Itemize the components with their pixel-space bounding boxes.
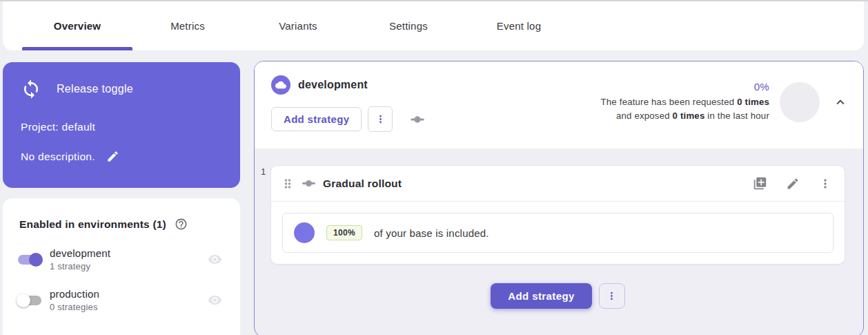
- environment-row-production: production 0 strategies: [17, 288, 226, 312]
- project-label: Project: default: [21, 121, 222, 133]
- strategy-name: Gradual rollout: [323, 178, 402, 190]
- production-toggle[interactable]: [17, 294, 43, 307]
- rollout-summary-box: 100% of your base is included.: [282, 213, 834, 253]
- release-toggle-loop-icon: [21, 79, 41, 99]
- strategy-list-section: 1 Gradual rollout: [255, 149, 863, 335]
- rollout-percentage-badge: 100%: [326, 225, 362, 240]
- copy-strategy-button[interactable]: [753, 176, 767, 191]
- strategy-card: Gradual rollout: [270, 165, 845, 265]
- environment-name: production: [50, 288, 99, 300]
- feature-tabbar: Overview Metrics Variants Settings Event…: [3, 1, 864, 50]
- feature-type-label: Release toggle: [57, 83, 133, 95]
- kebab-menu-icon: [606, 290, 618, 302]
- environment-accordion-card: development Add strategy 0%: [254, 61, 864, 335]
- add-strategy-button-header[interactable]: Add strategy: [271, 107, 362, 131]
- metrics-donut-placeholder: [780, 82, 820, 122]
- pencil-icon: [786, 177, 800, 191]
- page: Overview Metrics Variants Settings Event…: [0, 0, 868, 335]
- tab-overview[interactable]: Overview: [22, 1, 132, 50]
- tab-settings[interactable]: Settings: [353, 1, 464, 50]
- environments-panel-title: Enabled in environments (1): [19, 218, 166, 231]
- environment-view-name: development: [298, 79, 368, 91]
- exposure-percentage: 0%: [601, 81, 769, 93]
- strategy-index: 1: [261, 166, 266, 177]
- visibility-eye-icon[interactable]: [208, 293, 222, 307]
- rollout-slider-icon: [300, 175, 317, 192]
- strategy-more-options-button[interactable]: [368, 106, 393, 132]
- metrics-line-2: and exposed 0 times in the last hour: [601, 109, 769, 123]
- rollout-pie-chart: [294, 222, 315, 243]
- drag-handle-icon[interactable]: [281, 177, 295, 191]
- copy-add-icon: [753, 176, 767, 191]
- environments-panel: Enabled in environments (1) development …: [3, 198, 240, 335]
- environment-header: development Add strategy 0%: [255, 61, 863, 149]
- cloud-environment-icon: [271, 75, 290, 95]
- edit-strategy-button[interactable]: [786, 177, 800, 191]
- kebab-menu-icon: [818, 177, 832, 191]
- help-icon: [175, 218, 188, 231]
- tab-metrics[interactable]: Metrics: [132, 1, 243, 50]
- environments-help-button[interactable]: [175, 218, 188, 231]
- environment-strategy-count: 1 strategy: [50, 261, 110, 271]
- metrics-line-1: The feature has been requested 0 times: [601, 95, 769, 109]
- development-toggle[interactable]: [17, 253, 43, 267]
- rollout-description: of your base is included.: [374, 227, 489, 239]
- feature-type-card: Release toggle Project: default No descr…: [3, 62, 240, 188]
- feature-description: No description.: [21, 151, 95, 163]
- environment-row-development: development 1 strategy: [17, 247, 226, 271]
- add-strategy-more-options-button[interactable]: [599, 283, 625, 309]
- environment-strategy-count: 0 strategies: [50, 302, 99, 312]
- edit-description-button[interactable]: [106, 150, 119, 163]
- collapse-environment-button[interactable]: [833, 95, 848, 110]
- kebab-menu-icon: [375, 113, 386, 125]
- tab-event-log[interactable]: Event log: [464, 1, 574, 50]
- strategy-kebab-button[interactable]: [818, 177, 832, 191]
- pencil-icon: [106, 150, 119, 163]
- chevron-up-icon: [833, 95, 848, 110]
- rollout-slider-icon: [408, 111, 426, 128]
- add-strategy-button-footer[interactable]: Add strategy: [491, 283, 592, 309]
- visibility-eye-icon[interactable]: [208, 252, 222, 267]
- tab-variants[interactable]: Variants: [243, 1, 353, 50]
- environment-name: development: [50, 247, 110, 259]
